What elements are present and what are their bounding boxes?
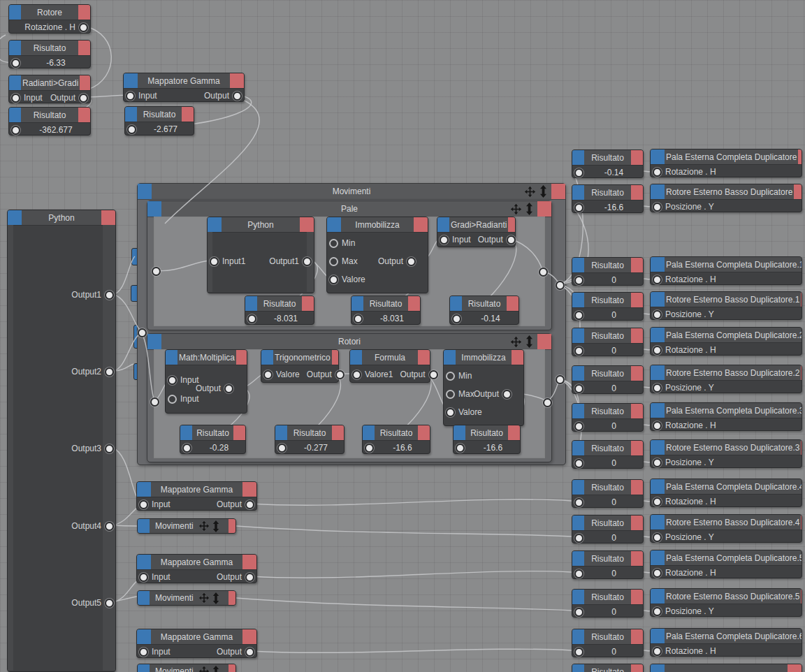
input-port[interactable]	[653, 647, 662, 656]
input-port[interactable]	[653, 421, 662, 430]
input-port[interactable]	[126, 92, 135, 101]
group-rotori-output-port[interactable]	[543, 398, 552, 407]
input-port[interactable]	[574, 203, 583, 212]
stretch-vertical-icon[interactable]	[211, 666, 221, 672]
input-port[interactable]	[574, 534, 583, 543]
output-port[interactable]	[105, 522, 114, 531]
move-icon[interactable]	[198, 592, 210, 604]
node-risultato[interactable]: Risultato -362.677	[8, 107, 91, 136]
node-risultato[interactable]: Risultato -2.677	[124, 106, 194, 136]
node-python-main[interactable]: Python Output1 Output2 Output3 Output4 O…	[7, 210, 116, 672]
node-risultato[interactable]: Risultato -0.14	[449, 295, 519, 325]
node-target-object[interactable]: Rotore Esterno Basso Duplicatore Posizio…	[650, 184, 802, 212]
stretch-vertical-icon[interactable]	[524, 335, 535, 348]
node-risultato[interactable]: Risultato -0.277	[275, 425, 345, 454]
node-radianti-gradi[interactable]: Radianti>Gradi InputOutput	[8, 75, 91, 103]
input-port[interactable]	[653, 310, 662, 319]
node-risultato-partial[interactable]: Risultato	[572, 664, 644, 672]
input-port[interactable]	[653, 346, 662, 355]
input-port[interactable]	[127, 125, 136, 134]
output-port[interactable]	[429, 370, 438, 379]
node-target-object[interactable]: Pala Esterna Completa Duplicatore.1 Rota…	[650, 256, 802, 285]
output-port[interactable]	[245, 648, 254, 657]
node-risultato[interactable]: Risultato 0	[572, 257, 644, 286]
node-mappatore-gamma[interactable]: Mappatore Gamma InputOutput	[136, 629, 257, 658]
output-port[interactable]	[507, 235, 516, 244]
input-port[interactable]	[11, 59, 20, 68]
group-movimenti-output-port[interactable]	[556, 281, 565, 290]
input-port[interactable]	[574, 346, 583, 356]
input-port[interactable]	[653, 168, 662, 177]
input-port[interactable]	[574, 569, 583, 578]
input-port[interactable]	[574, 168, 583, 177]
node-mappatore-gamma[interactable]: Mappatore Gamma InputOutput	[123, 73, 245, 102]
node-formula[interactable]: Formula Valore1Output	[349, 349, 430, 383]
node-risultato[interactable]: Risultato 0	[572, 589, 644, 618]
node-immobilizza-pale[interactable]: Immobilizza Min Max Valore Output	[326, 217, 428, 293]
input-port[interactable]	[574, 311, 583, 320]
input-port-max[interactable]	[446, 390, 455, 399]
input-port-min[interactable]	[446, 372, 455, 381]
group-pale-output-port[interactable]	[539, 268, 548, 277]
input-port[interactable]	[574, 276, 583, 285]
node-risultato[interactable]: Risultato -6.33	[8, 40, 91, 68]
node-target-object[interactable]: Rotore Esterno Basso Duplicatore.2 Posiz…	[650, 365, 802, 393]
input-port[interactable]	[263, 370, 273, 379]
input-port-valore[interactable]	[446, 408, 455, 417]
input-port[interactable]	[139, 648, 148, 657]
group-rotori-input-port[interactable]	[150, 397, 159, 407]
input-port[interactable]	[574, 384, 583, 393]
output-port[interactable]	[245, 573, 254, 582]
move-icon[interactable]	[510, 203, 522, 215]
group-rotori-header[interactable]: Rotori	[147, 334, 551, 350]
input-port[interactable]	[574, 608, 583, 617]
input-port[interactable]	[168, 395, 177, 404]
group-movimenti-header[interactable]: Movimenti	[138, 184, 565, 200]
input-port[interactable]	[365, 444, 374, 453]
node-immobilizza-rotori[interactable]: Immobilizza Min Max Valore Output	[443, 349, 524, 426]
node-risultato[interactable]: Risultato 0	[572, 403, 644, 432]
input-port[interactable]	[182, 444, 191, 453]
move-icon[interactable]	[510, 336, 522, 348]
node-target-object[interactable]: Pala Esterna Completa Duplicatore Rotazi…	[650, 149, 802, 177]
stretch-vertical-icon[interactable]	[538, 185, 549, 198]
node-target-object[interactable]: Pala Esterna Completa Duplicatore.6 Rota…	[650, 628, 802, 657]
node-target-object[interactable]: Pala Esterna Completa Duplicatore.3 Rota…	[650, 402, 802, 431]
input-port-valore[interactable]	[329, 275, 338, 284]
input-port[interactable]	[653, 533, 662, 542]
node-risultato[interactable]: Risultato -16.6	[572, 184, 644, 213]
group-pale-input-port[interactable]	[152, 267, 161, 276]
node-risultato[interactable]: Risultato -0.28	[180, 425, 246, 454]
node-risultato[interactable]: Risultato 0	[572, 515, 644, 543]
input-port[interactable]	[354, 314, 363, 323]
output-port[interactable]	[105, 444, 114, 453]
input-port[interactable]	[11, 126, 20, 135]
node-target-object[interactable]: Pala Esterna Completa Duplicatore.4 Rota…	[650, 479, 802, 507]
input-port[interactable]	[653, 203, 662, 212]
output-port[interactable]	[105, 599, 114, 608]
node-target-object-partial[interactable]	[650, 664, 802, 672]
node-math-moltiplica[interactable]: Math:Moltiplica Input Input Output	[165, 349, 247, 414]
node-target-object[interactable]: Pala Esterna Completa Duplicatore.2 Rota…	[650, 327, 802, 356]
node-target-object[interactable]: Pala Esterna Completa Duplicatore.5 Rota…	[650, 550, 802, 578]
node-trigonometrico[interactable]: Trigonometrico ValoreOutput	[261, 349, 339, 383]
node-movimenti-collapsed[interactable]: Movimenti	[137, 664, 236, 672]
group-movimenti-output-port[interactable]	[556, 375, 565, 384]
node-risultato[interactable]: Risultato 0	[572, 292, 644, 321]
node-target-object[interactable]: Rotore Esterno Basso Duplicatore.3 Posiz…	[650, 439, 802, 468]
node-target-object[interactable]: Rotore Esterno Basso Duplicatore.4 Posiz…	[650, 514, 802, 543]
input-port[interactable]	[456, 444, 465, 453]
move-icon[interactable]	[524, 186, 536, 198]
input-port[interactable]	[452, 314, 461, 323]
input-port[interactable]	[574, 498, 583, 507]
node-risultato[interactable]: Risultato 0	[572, 550, 644, 579]
node-target-object[interactable]: Rotore Esterno Basso Duplicatore.5 Posiz…	[650, 588, 802, 617]
output-port[interactable]	[224, 384, 233, 393]
node-risultato[interactable]: Risultato -16.6	[453, 425, 521, 454]
output-port[interactable]	[79, 23, 88, 32]
input-port[interactable]	[653, 275, 662, 284]
node-risultato[interactable]: Risultato -0.14	[572, 149, 644, 178]
output-port[interactable]	[233, 92, 242, 101]
input-port[interactable]	[11, 94, 20, 103]
node-movimenti-collapsed[interactable]: Movimenti	[137, 590, 236, 606]
